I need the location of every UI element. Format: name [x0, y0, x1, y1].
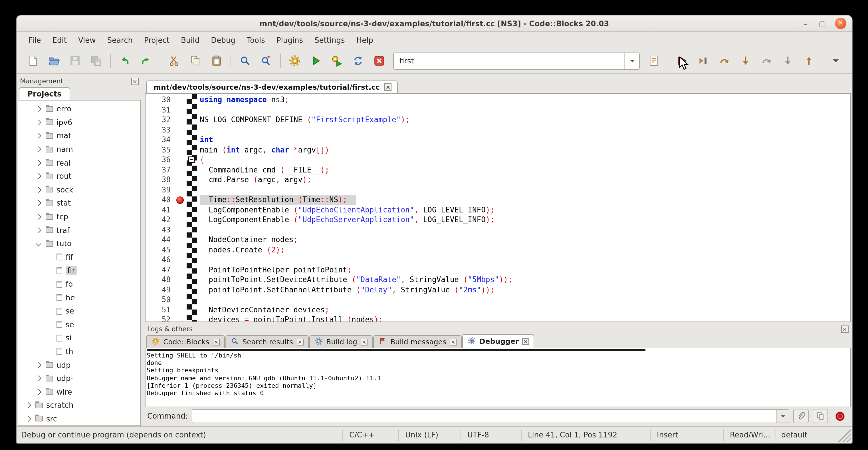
chevron-right-icon[interactable]	[36, 133, 41, 139]
replace-button[interactable]	[257, 52, 275, 70]
tree-item-erro[interactable]: erro	[18, 102, 141, 116]
line-number[interactable]: 31	[146, 105, 175, 115]
minimize-button[interactable]: –	[801, 19, 810, 28]
project-tree[interactable]: erroipv6matnamrealroutsockstattcptraftut…	[18, 100, 141, 426]
attach-icon-button[interactable]	[793, 409, 809, 423]
breakpoint-marker[interactable]	[176, 196, 184, 204]
tree-item-real[interactable]: real	[18, 156, 141, 170]
tree-item-udp[interactable]: udp	[18, 358, 141, 372]
chevron-down-icon[interactable]	[36, 241, 41, 247]
chevron-right-icon[interactable]	[36, 120, 41, 125]
run-to-cursor-button[interactable]	[694, 52, 712, 70]
chevron-right-icon[interactable]	[36, 106, 41, 112]
menu-settings[interactable]: Settings	[309, 34, 350, 46]
run-button[interactable]	[307, 52, 325, 70]
menu-tools[interactable]: Tools	[242, 34, 270, 46]
paste-button[interactable]	[208, 52, 225, 70]
step-out-button[interactable]	[800, 52, 818, 70]
chevron-right-icon[interactable]	[36, 389, 41, 395]
tree-item-se[interactable]: se	[18, 304, 141, 318]
chevron-right-icon[interactable]	[36, 174, 41, 179]
toolbar-overflow-button[interactable]	[827, 52, 845, 70]
line-number[interactable]: 32	[146, 115, 175, 125]
tree-item-sock[interactable]: sock	[18, 183, 141, 197]
step-into-instruction-button[interactable]	[779, 52, 797, 70]
title-bar[interactable]: mnt/dev/tools/source/ns-3-dev/examples/t…	[17, 16, 852, 32]
fold-marker[interactable]: −	[188, 156, 195, 163]
tree-item-tcp[interactable]: tcp	[18, 210, 141, 223]
line-number[interactable]: 37	[146, 165, 175, 175]
new-file-button[interactable]	[24, 52, 42, 70]
line-number[interactable]: 30	[146, 95, 175, 105]
line-number[interactable]: 45	[146, 245, 175, 255]
editor-tab-first-cc[interactable]: mnt/dev/tools/source/ns-3-dev/examples/t…	[146, 81, 398, 93]
menu-file[interactable]: File	[23, 34, 46, 46]
menu-build[interactable]: Build	[176, 34, 205, 46]
close-button[interactable]: ✕	[835, 18, 846, 29]
cut-button[interactable]	[165, 52, 183, 70]
log-tab-close-button[interactable]: ×	[297, 338, 303, 345]
find-button[interactable]	[236, 52, 254, 70]
tree-item-fir[interactable]: fir	[18, 264, 141, 277]
tree-item-wire[interactable]: wire	[18, 385, 141, 399]
debugger-log-output[interactable]: Setting SHELL to '/bin/sh'doneSetting br…	[145, 348, 851, 407]
incremental-search-combo[interactable]	[393, 52, 640, 69]
chevron-right-icon[interactable]	[36, 362, 41, 368]
menu-edit[interactable]: Edit	[48, 34, 72, 46]
line-number[interactable]: 35	[146, 145, 175, 155]
tree-item-scratch[interactable]: scratch	[18, 399, 141, 412]
line-number[interactable]: 47	[146, 265, 175, 275]
log-tab-code-blocks[interactable]: Code::Blocks×	[146, 335, 225, 348]
line-number[interactable]: 50	[146, 295, 175, 305]
log-tab-close-button[interactable]: ×	[213, 338, 220, 345]
line-number[interactable]: 52	[146, 314, 175, 322]
chevron-right-icon[interactable]	[36, 201, 41, 206]
menu-search[interactable]: Search	[102, 34, 138, 46]
tree-item-stat[interactable]: stat	[18, 197, 141, 210]
tree-item-si[interactable]: si	[18, 331, 141, 344]
menu-project[interactable]: Project	[139, 34, 175, 46]
line-number[interactable]: 33	[146, 125, 175, 135]
tree-item-fif[interactable]: fif	[18, 250, 141, 264]
chevron-right-icon[interactable]	[25, 402, 31, 408]
rebuild-button[interactable]	[349, 52, 367, 70]
tree-item-th[interactable]: th	[18, 344, 141, 358]
line-number[interactable]: 41	[146, 205, 175, 215]
chevron-right-icon[interactable]	[25, 416, 31, 422]
chevron-down-icon[interactable]	[624, 53, 639, 69]
line-number[interactable]: 40	[146, 195, 175, 205]
build-and-run-button[interactable]	[328, 52, 346, 70]
log-tab-close-button[interactable]: ×	[523, 338, 529, 344]
stop-debugger-button[interactable]	[832, 409, 847, 423]
tree-item-ipv6[interactable]: ipv6	[18, 116, 141, 129]
incremental-search-options-button[interactable]	[645, 52, 662, 70]
log-tab-build-messages[interactable]: Build messages×	[373, 335, 462, 348]
line-number[interactable]: 46	[146, 255, 175, 265]
tree-item-rout[interactable]: rout	[18, 170, 141, 183]
log-tab-debugger[interactable]: Debugger×	[462, 334, 534, 348]
tree-item-he[interactable]: he	[18, 291, 141, 304]
line-number[interactable]: 36	[146, 155, 175, 165]
line-number[interactable]: 48	[146, 275, 175, 285]
log-tab-search-results[interactable]: Search results×	[225, 335, 309, 348]
command-input[interactable]	[192, 410, 776, 422]
chevron-right-icon[interactable]	[36, 187, 41, 193]
log-tab-build-log[interactable]: Build log×	[309, 335, 373, 348]
chevron-right-icon[interactable]	[36, 214, 41, 219]
log-tab-close-button[interactable]: ×	[361, 338, 368, 345]
tree-item-mat[interactable]: mat	[18, 129, 141, 143]
open-file-button[interactable]	[45, 52, 63, 70]
save-button[interactable]	[66, 52, 84, 70]
line-number[interactable]: 43	[146, 225, 175, 235]
menu-debug[interactable]: Debug	[206, 34, 241, 46]
line-number[interactable]: 44	[146, 235, 175, 245]
save-all-button[interactable]	[87, 52, 105, 70]
line-number[interactable]: 38	[146, 175, 175, 185]
line-number[interactable]: 49	[146, 285, 175, 295]
menu-view[interactable]: View	[73, 34, 101, 46]
chevron-right-icon[interactable]	[36, 147, 41, 152]
menu-help[interactable]: Help	[351, 34, 378, 46]
incremental-search-input[interactable]	[394, 57, 624, 65]
abort-build-button[interactable]	[370, 52, 388, 70]
menu-plugins[interactable]: Plugins	[271, 34, 308, 46]
